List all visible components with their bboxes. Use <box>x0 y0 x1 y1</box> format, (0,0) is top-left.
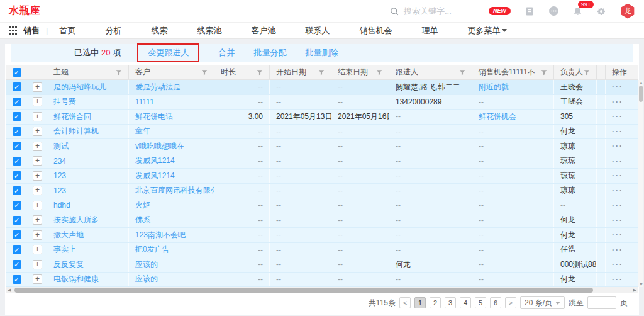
row-actions-button[interactable]: ··· <box>612 112 623 121</box>
row-checkbox[interactable]: ✓ <box>13 275 21 284</box>
expand-row-button[interactable]: + <box>33 171 42 181</box>
row-actions-button[interactable]: ··· <box>612 157 623 166</box>
expand-row-button[interactable]: + <box>33 112 42 121</box>
row-actions-button[interactable]: ··· <box>612 82 623 91</box>
customer-link[interactable]: 童年 <box>135 126 150 137</box>
row-checkbox[interactable]: ✓ <box>13 216 21 225</box>
customer-link[interactable]: 发威风1214 <box>135 155 175 166</box>
merge-button[interactable]: 合并 <box>218 47 235 59</box>
vertical-scrollbar[interactable]: ▲ ▼ <box>638 80 643 287</box>
expand-row-button[interactable]: + <box>33 97 42 106</box>
row-checkbox[interactable]: ✓ <box>13 260 21 269</box>
customer-link[interactable]: 鲜花饼电话 <box>135 111 173 122</box>
expand-row-button[interactable]: + <box>33 230 42 240</box>
subject-link[interactable]: 234 <box>53 157 66 166</box>
nav-item-more-menu[interactable]: 更多菜单 <box>467 25 507 37</box>
expand-row-button[interactable]: + <box>33 127 42 136</box>
expand-row-button[interactable]: + <box>33 274 42 284</box>
nav-item-7[interactable]: 理单 <box>421 25 438 37</box>
subject-link[interactable]: 反反复复 <box>53 259 84 270</box>
row-checkbox[interactable]: ✓ <box>13 201 21 210</box>
row-checkbox[interactable]: ✓ <box>13 245 21 254</box>
prev-page-button[interactable]: < <box>399 297 411 308</box>
customer-link[interactable]: 123南湖不会吧 <box>135 230 186 240</box>
row-checkbox[interactable]: ✓ <box>13 171 21 180</box>
row-checkbox[interactable]: ✓ <box>13 82 21 91</box>
subject-link[interactable]: hdhd <box>53 201 70 210</box>
expand-row-button[interactable]: + <box>33 142 42 151</box>
batch-assign-button[interactable]: 批量分配 <box>253 47 286 59</box>
subject-link[interactable]: 123 <box>53 186 66 195</box>
nav-item-3[interactable]: 线索池 <box>197 25 221 37</box>
subject-link[interactable]: 撒大声地 <box>53 230 84 240</box>
row-actions-button[interactable]: ··· <box>612 245 623 254</box>
expand-row-button[interactable]: + <box>33 82 42 92</box>
bell-icon[interactable]: 99+ <box>573 6 582 16</box>
expand-row-button[interactable]: + <box>33 156 42 166</box>
subject-link[interactable]: 是的冯绍峰玩儿 <box>53 82 106 93</box>
expand-row-button[interactable]: + <box>33 245 42 254</box>
customer-link[interactable]: v哦吃哦想哦在 <box>135 141 184 152</box>
customer-link[interactable]: 火炬 <box>135 200 150 211</box>
row-actions-button[interactable]: ··· <box>612 171 623 180</box>
nav-item-4[interactable]: 客户池 <box>251 25 275 37</box>
page-button-4[interactable]: 4 <box>460 297 471 308</box>
row-checkbox[interactable]: ✓ <box>13 112 21 121</box>
subject-link[interactable]: 123 <box>53 171 66 180</box>
chat-icon[interactable] <box>548 6 559 16</box>
customer-link[interactable]: 北京百度网讯科技有限公司 <box>135 185 214 196</box>
subject-link[interactable]: 事实上 <box>53 244 76 255</box>
row-checkbox[interactable]: ✓ <box>13 127 21 136</box>
nav-item-0[interactable]: 首页 <box>59 25 75 37</box>
subject-link[interactable]: 测试 <box>53 141 69 152</box>
column-header-opportunity[interactable]: 销售机会11111不 <box>472 65 554 79</box>
row-checkbox[interactable]: ✓ <box>13 230 21 239</box>
horizontal-scroll-thumb[interactable] <box>14 288 593 293</box>
page-size-select[interactable]: 20 条/页 <box>520 296 565 309</box>
vertical-scroll-thumb[interactable] <box>639 86 643 102</box>
expand-row-button[interactable]: + <box>33 186 42 195</box>
customer-link[interactable]: 应该的 <box>135 274 158 285</box>
column-header-owner[interactable]: 负责人 <box>554 65 597 79</box>
subject-link[interactable]: 按实施大所多 <box>53 215 99 225</box>
scroll-right-icon[interactable]: ▶ <box>633 288 636 293</box>
search-input[interactable]: 搜索关键字... <box>404 6 452 17</box>
filter-icon[interactable] <box>116 69 122 76</box>
customer-link[interactable]: 应该的 <box>135 259 158 270</box>
scroll-down-icon[interactable]: ▼ <box>639 282 643 286</box>
customer-link[interactable]: 佛系 <box>135 215 150 225</box>
filter-icon[interactable] <box>584 69 590 76</box>
page-button-2[interactable]: 2 <box>430 297 441 308</box>
row-checkbox[interactable]: ✓ <box>13 157 21 166</box>
nav-app-name[interactable]: 销售 <box>23 25 40 37</box>
customer-link[interactable]: 11111 <box>135 98 154 106</box>
filter-icon[interactable] <box>201 69 208 76</box>
row-actions-button[interactable]: ··· <box>612 127 623 136</box>
column-header-follower[interactable]: 跟进人 <box>389 65 472 79</box>
row-actions-button[interactable]: ··· <box>612 260 623 269</box>
filter-icon[interactable] <box>318 69 325 76</box>
column-header-subject[interactable]: 主题 <box>47 65 129 79</box>
avatar[interactable]: 龙 <box>620 4 635 19</box>
row-actions-button[interactable]: ··· <box>612 98 623 106</box>
row-actions-button[interactable]: ··· <box>612 142 623 150</box>
opportunity-link[interactable]: 附近的就 <box>479 82 509 93</box>
subject-link[interactable]: 挂号费 <box>53 96 76 107</box>
subject-link[interactable]: 电饭锅和健康 <box>53 274 99 285</box>
global-search[interactable]: 搜索关键字... <box>390 0 452 23</box>
batch-delete-button[interactable]: 批量删除 <box>305 47 338 59</box>
nav-item-1[interactable]: 分析 <box>105 25 121 37</box>
customer-link[interactable]: 发威风1214 <box>135 171 175 181</box>
expand-row-button[interactable]: + <box>33 260 42 269</box>
row-checkbox[interactable]: ✓ <box>13 98 21 106</box>
filter-icon[interactable] <box>541 69 547 76</box>
apps-grid-icon[interactable] <box>9 26 17 35</box>
column-header-duration[interactable]: 时长 <box>214 65 270 79</box>
page-button-6[interactable]: 6 <box>490 297 501 308</box>
filter-icon[interactable] <box>257 69 263 76</box>
customer-link[interactable]: 爱是劳动法是 <box>135 82 180 93</box>
expand-row-button[interactable]: + <box>33 215 42 225</box>
select-all-checkbox[interactable]: ✓ <box>13 68 21 77</box>
column-header-start[interactable]: 开始日期 <box>270 65 331 79</box>
nav-item-6[interactable]: 销售机会 <box>359 25 392 37</box>
